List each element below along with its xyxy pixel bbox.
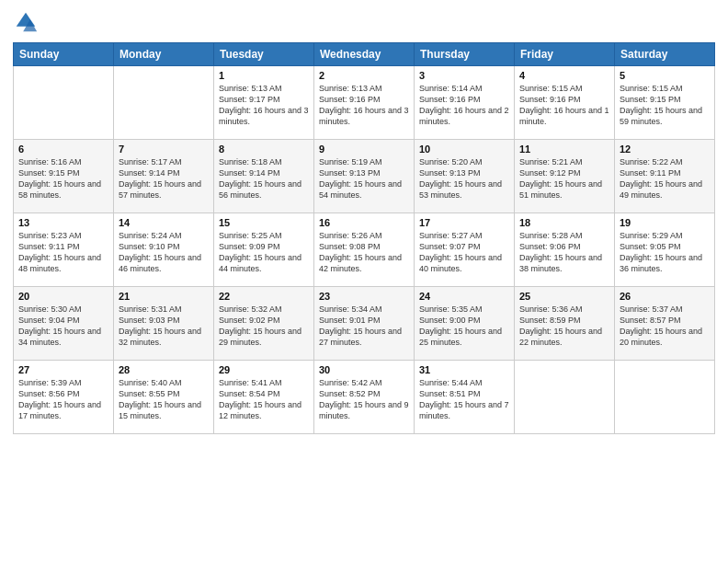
calendar-cell: 7Sunrise: 5:17 AM Sunset: 9:14 PM Daylig… <box>114 140 214 213</box>
calendar-week-row: 13Sunrise: 5:23 AM Sunset: 9:11 PM Dayli… <box>14 213 715 287</box>
weekday-header: Saturday <box>615 43 715 66</box>
day-info: Sunrise: 5:41 AM Sunset: 8:54 PM Dayligh… <box>219 377 309 422</box>
calendar-cell: 13Sunrise: 5:23 AM Sunset: 9:11 PM Dayli… <box>14 213 114 287</box>
logo <box>13 9 42 35</box>
day-number: 27 <box>18 364 108 375</box>
day-info: Sunrise: 5:15 AM Sunset: 9:16 PM Dayligh… <box>519 83 609 128</box>
calendar-week-row: 6Sunrise: 5:16 AM Sunset: 9:15 PM Daylig… <box>14 140 715 213</box>
calendar-week-row: 20Sunrise: 5:30 AM Sunset: 9:04 PM Dayli… <box>14 287 715 361</box>
day-number: 1 <box>219 70 309 81</box>
weekday-header: Tuesday <box>214 43 314 66</box>
day-info: Sunrise: 5:15 AM Sunset: 9:15 PM Dayligh… <box>620 83 710 128</box>
calendar-cell <box>615 361 715 434</box>
day-info: Sunrise: 5:13 AM Sunset: 9:16 PM Dayligh… <box>319 83 409 128</box>
calendar-cell: 21Sunrise: 5:31 AM Sunset: 9:03 PM Dayli… <box>114 287 214 361</box>
calendar-cell: 6Sunrise: 5:16 AM Sunset: 9:15 PM Daylig… <box>14 140 114 213</box>
day-info: Sunrise: 5:22 AM Sunset: 9:11 PM Dayligh… <box>620 156 710 201</box>
day-info: Sunrise: 5:23 AM Sunset: 9:11 PM Dayligh… <box>18 230 108 275</box>
day-info: Sunrise: 5:31 AM Sunset: 9:03 PM Dayligh… <box>119 304 209 349</box>
day-info: Sunrise: 5:17 AM Sunset: 9:14 PM Dayligh… <box>119 156 209 201</box>
calendar-cell: 5Sunrise: 5:15 AM Sunset: 9:15 PM Daylig… <box>615 66 715 140</box>
day-number: 19 <box>620 217 710 228</box>
day-number: 21 <box>119 291 209 302</box>
calendar-cell: 4Sunrise: 5:15 AM Sunset: 9:16 PM Daylig… <box>515 66 615 140</box>
day-info: Sunrise: 5:37 AM Sunset: 8:57 PM Dayligh… <box>620 304 710 349</box>
day-number: 14 <box>119 217 209 228</box>
day-number: 2 <box>319 70 409 81</box>
day-info: Sunrise: 5:27 AM Sunset: 9:07 PM Dayligh… <box>419 230 509 275</box>
day-number: 15 <box>219 217 309 228</box>
day-info: Sunrise: 5:18 AM Sunset: 9:14 PM Dayligh… <box>219 156 309 201</box>
day-info: Sunrise: 5:35 AM Sunset: 9:00 PM Dayligh… <box>419 304 509 349</box>
day-number: 29 <box>219 364 309 375</box>
day-number: 30 <box>319 364 409 375</box>
weekday-header: Thursday <box>415 43 515 66</box>
day-info: Sunrise: 5:16 AM Sunset: 9:15 PM Dayligh… <box>18 156 108 201</box>
day-number: 31 <box>419 364 509 375</box>
calendar-cell: 25Sunrise: 5:36 AM Sunset: 8:59 PM Dayli… <box>515 287 615 361</box>
header <box>13 9 715 35</box>
calendar-cell: 3Sunrise: 5:14 AM Sunset: 9:16 PM Daylig… <box>415 66 515 140</box>
calendar: SundayMondayTuesdayWednesdayThursdayFrid… <box>13 42 715 434</box>
day-info: Sunrise: 5:39 AM Sunset: 8:56 PM Dayligh… <box>18 377 108 422</box>
calendar-cell: 16Sunrise: 5:26 AM Sunset: 9:08 PM Dayli… <box>314 213 415 287</box>
day-number: 12 <box>620 144 710 155</box>
calendar-cell: 22Sunrise: 5:32 AM Sunset: 9:02 PM Dayli… <box>214 287 314 361</box>
day-number: 3 <box>419 70 509 81</box>
calendar-header-row: SundayMondayTuesdayWednesdayThursdayFrid… <box>14 43 715 66</box>
calendar-cell: 12Sunrise: 5:22 AM Sunset: 9:11 PM Dayli… <box>615 140 715 213</box>
day-number: 4 <box>519 70 609 81</box>
day-number: 23 <box>319 291 409 302</box>
day-info: Sunrise: 5:32 AM Sunset: 9:02 PM Dayligh… <box>219 304 309 349</box>
calendar-cell: 18Sunrise: 5:28 AM Sunset: 9:06 PM Dayli… <box>515 213 615 287</box>
day-info: Sunrise: 5:25 AM Sunset: 9:09 PM Dayligh… <box>219 230 309 275</box>
day-info: Sunrise: 5:13 AM Sunset: 9:17 PM Dayligh… <box>219 83 309 128</box>
day-info: Sunrise: 5:21 AM Sunset: 9:12 PM Dayligh… <box>519 156 609 201</box>
calendar-cell: 28Sunrise: 5:40 AM Sunset: 8:55 PM Dayli… <box>114 361 214 434</box>
day-number: 11 <box>519 144 609 155</box>
page: SundayMondayTuesdayWednesdayThursdayFrid… <box>0 0 728 563</box>
day-number: 26 <box>620 291 710 302</box>
day-info: Sunrise: 5:28 AM Sunset: 9:06 PM Dayligh… <box>519 230 609 275</box>
calendar-cell: 31Sunrise: 5:44 AM Sunset: 8:51 PM Dayli… <box>415 361 515 434</box>
day-number: 9 <box>319 144 409 155</box>
day-number: 8 <box>219 144 309 155</box>
calendar-week-row: 27Sunrise: 5:39 AM Sunset: 8:56 PM Dayli… <box>14 361 715 434</box>
calendar-cell: 14Sunrise: 5:24 AM Sunset: 9:10 PM Dayli… <box>114 213 214 287</box>
day-number: 5 <box>620 70 710 81</box>
calendar-cell: 10Sunrise: 5:20 AM Sunset: 9:13 PM Dayli… <box>415 140 515 213</box>
day-number: 7 <box>119 144 209 155</box>
day-info: Sunrise: 5:36 AM Sunset: 8:59 PM Dayligh… <box>519 304 609 349</box>
day-number: 25 <box>519 291 609 302</box>
calendar-cell <box>114 66 214 140</box>
logo-icon <box>13 9 39 35</box>
day-number: 18 <box>519 217 609 228</box>
day-info: Sunrise: 5:34 AM Sunset: 9:01 PM Dayligh… <box>319 304 409 349</box>
calendar-cell: 9Sunrise: 5:19 AM Sunset: 9:13 PM Daylig… <box>314 140 415 213</box>
calendar-cell: 30Sunrise: 5:42 AM Sunset: 8:52 PM Dayli… <box>314 361 415 434</box>
weekday-header: Friday <box>515 43 615 66</box>
weekday-header: Sunday <box>14 43 114 66</box>
calendar-cell: 27Sunrise: 5:39 AM Sunset: 8:56 PM Dayli… <box>14 361 114 434</box>
day-info: Sunrise: 5:40 AM Sunset: 8:55 PM Dayligh… <box>119 377 209 422</box>
day-number: 17 <box>419 217 509 228</box>
day-info: Sunrise: 5:20 AM Sunset: 9:13 PM Dayligh… <box>419 156 509 201</box>
calendar-week-row: 1Sunrise: 5:13 AM Sunset: 9:17 PM Daylig… <box>14 66 715 140</box>
calendar-cell: 29Sunrise: 5:41 AM Sunset: 8:54 PM Dayli… <box>214 361 314 434</box>
day-number: 24 <box>419 291 509 302</box>
day-info: Sunrise: 5:24 AM Sunset: 9:10 PM Dayligh… <box>119 230 209 275</box>
weekday-header: Wednesday <box>314 43 415 66</box>
day-number: 22 <box>219 291 309 302</box>
day-info: Sunrise: 5:44 AM Sunset: 8:51 PM Dayligh… <box>419 377 509 422</box>
day-number: 10 <box>419 144 509 155</box>
calendar-cell <box>14 66 114 140</box>
calendar-cell: 11Sunrise: 5:21 AM Sunset: 9:12 PM Dayli… <box>515 140 615 213</box>
day-number: 28 <box>119 364 209 375</box>
calendar-cell: 19Sunrise: 5:29 AM Sunset: 9:05 PM Dayli… <box>615 213 715 287</box>
day-info: Sunrise: 5:14 AM Sunset: 9:16 PM Dayligh… <box>419 83 509 128</box>
day-info: Sunrise: 5:26 AM Sunset: 9:08 PM Dayligh… <box>319 230 409 275</box>
day-number: 16 <box>319 217 409 228</box>
weekday-header: Monday <box>114 43 214 66</box>
calendar-cell: 17Sunrise: 5:27 AM Sunset: 9:07 PM Dayli… <box>415 213 515 287</box>
day-info: Sunrise: 5:29 AM Sunset: 9:05 PM Dayligh… <box>620 230 710 275</box>
